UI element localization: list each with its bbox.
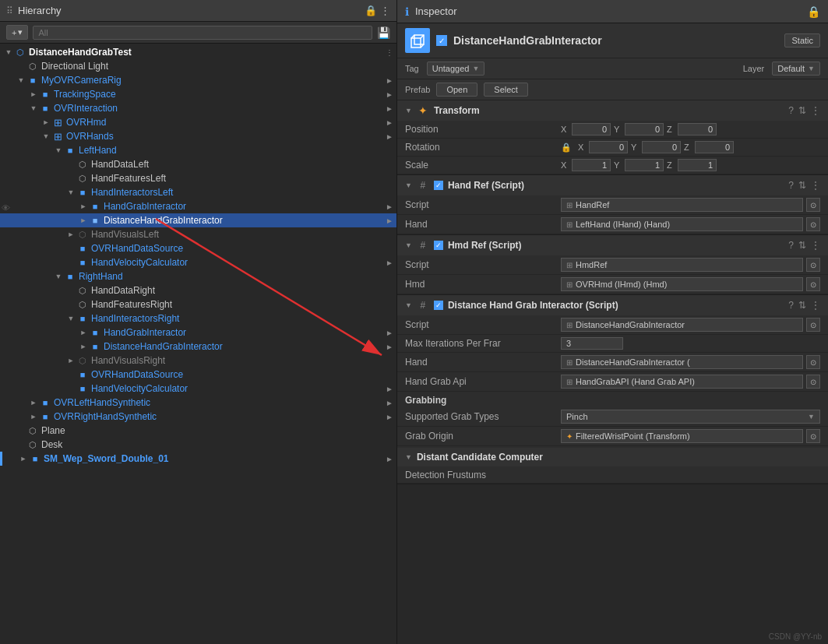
expand-arrow[interactable] [78, 215, 89, 226]
tree-item-ovri[interactable]: ■ OVRInteraction ► [0, 101, 396, 115]
hmdref-header[interactable]: ▼ # ✓ Hmd Ref (Script) ? ⇅ ⋮ [397, 235, 828, 255]
tree-item-hvl[interactable]: ⬡ HandVisualsLeft [0, 227, 396, 241]
tag-dropdown[interactable]: Untagged ▼ [427, 62, 485, 76]
tree-item-ovrh[interactable]: ⊞ OVRHmd ► [0, 115, 396, 129]
candidate-section-header[interactable]: ▼ Distant Candidate Computer [397, 448, 828, 466]
expand-arrow[interactable] [28, 103, 39, 114]
pick-button[interactable]: ⊙ [806, 258, 820, 272]
tree-item-hgi[interactable]: ■ HandGrabInteractor ► [0, 199, 396, 213]
expand-arrow[interactable] [65, 313, 76, 324]
expand-arrow[interactable] [18, 453, 29, 464]
tree-item-hdl[interactable]: ⬡ HandDataLeft [0, 157, 396, 171]
settings-icon[interactable]: ⇅ [798, 105, 806, 116]
expand-right-icon[interactable]: ► [386, 118, 393, 127]
tree-item-dhgi[interactable]: ■ DistanceHandGrabInteractor ► [0, 213, 396, 227]
expand-arrow[interactable] [41, 117, 51, 128]
tree-item-ovrhands[interactable]: ⊞ OVRHands ► [0, 129, 396, 143]
tree-item-olhs[interactable]: ■ OVRLeftHandSynthetic ► [0, 396, 396, 410]
expand-arrow[interactable] [53, 145, 64, 156]
transform-header[interactable]: ▼ ✦ Transform ? ⇅ ⋮ [397, 100, 828, 121]
expand-right-icon[interactable]: ► [386, 90, 393, 99]
tree-item-hvr[interactable]: ⬡ HandVisualsRight [0, 354, 396, 368]
more-icon[interactable]: ⋮ [386, 48, 393, 57]
tree-item-hir[interactable]: ■ HandInteractorsRight [0, 311, 396, 326]
expand-arrow[interactable] [28, 397, 39, 408]
expand-right-icon[interactable]: ► [386, 216, 393, 225]
pick-button[interactable]: ⊙ [806, 355, 820, 369]
expand-arrow[interactable] [78, 201, 89, 212]
tree-item-hgir[interactable]: ■ HandGrabInteractor ► [0, 326, 396, 340]
grabtype-dropdown[interactable]: Pinch ▼ [561, 410, 820, 424]
help-icon[interactable]: ? [788, 300, 794, 311]
expand-arrow[interactable] [78, 327, 89, 338]
object-name-field[interactable]: DistanceHandGrabInteractor [453, 34, 778, 47]
pick-button[interactable]: ⊙ [806, 318, 820, 332]
lock-icon[interactable]: 🔒 [365, 5, 377, 16]
tree-item-orhs[interactable]: ■ OVRRightHandSynthetic ► [0, 410, 396, 424]
expand-right-icon[interactable]: ► [386, 413, 393, 421]
more-icon[interactable]: ⋮ [811, 300, 820, 311]
expand-right-icon[interactable]: ► [386, 329, 393, 337]
layer-dropdown[interactable]: Default ▼ [772, 62, 820, 76]
expand-arrow[interactable] [28, 411, 39, 422]
pick-button[interactable]: ⊙ [806, 217, 820, 231]
tree-item-hil[interactable]: ■ HandInteractorsLeft [0, 185, 396, 199]
pos-y-input[interactable] [625, 123, 664, 135]
more-icon[interactable]: ⋮ [380, 5, 390, 16]
expand-right-icon[interactable]: ► [386, 399, 393, 407]
rot-y-input[interactable] [642, 141, 681, 153]
open-button[interactable]: Open [436, 83, 477, 97]
rot-z-input[interactable] [695, 141, 734, 153]
select-button[interactable]: Select [484, 83, 528, 97]
expand-arrow[interactable] [16, 75, 26, 86]
expand-arrow[interactable] [65, 229, 76, 240]
expand-right-icon[interactable]: ► [386, 104, 393, 113]
expand-arrow[interactable] [65, 355, 76, 366]
maxiter-input[interactable] [561, 337, 623, 350]
scale-x-input[interactable] [572, 159, 611, 171]
component-checkbox[interactable]: ✓ [434, 181, 443, 190]
help-icon[interactable]: ? [788, 240, 794, 251]
pos-z-input[interactable] [678, 123, 717, 135]
handref-header[interactable]: ▼ # ✓ Hand Ref (Script) ? ⇅ ⋮ [397, 175, 828, 195]
tree-item-hfr[interactable]: ⬡ HandFeaturesRight [0, 297, 396, 311]
scale-y-input[interactable] [625, 159, 664, 171]
tree-item-ohds2[interactable]: ■ OVRHandDataSource [0, 368, 396, 382]
pick-button[interactable]: ⊙ [806, 429, 820, 443]
tree-item-desk[interactable]: ⬡ Desk [0, 438, 396, 452]
expand-arrow[interactable] [28, 89, 39, 100]
more-icon[interactable]: ⋮ [811, 180, 820, 191]
expand-right-icon[interactable]: ► [386, 76, 393, 85]
pick-button[interactable]: ⊙ [806, 375, 820, 389]
tree-item-ohds[interactable]: ■ OVRHandDataSource [0, 241, 396, 255]
save-icon[interactable]: 💾 [377, 26, 390, 39]
expand-right-icon[interactable]: ► [386, 343, 393, 351]
tree-item-plane[interactable]: ⬡ Plane [0, 424, 396, 438]
settings-icon[interactable]: ⇅ [798, 300, 806, 311]
search-input[interactable] [33, 26, 372, 40]
tree-item-hfl[interactable]: ⬡ HandFeaturesLeft [0, 171, 396, 185]
expand-arrow[interactable] [65, 187, 76, 198]
tree-item-sword[interactable]: ■ SM_Wep_Sword_Double_01 ► [0, 452, 396, 466]
tree-item-cam[interactable]: ■ MyOVRCameraRig ► [0, 73, 396, 87]
help-icon[interactable]: ? [788, 105, 794, 116]
expand-right-icon[interactable]: ► [386, 202, 393, 211]
static-button[interactable]: Static [784, 33, 820, 48]
help-icon[interactable]: ? [788, 180, 794, 191]
tree-item-dl[interactable]: ⬡ Directional Light [0, 59, 396, 73]
distancegrab-header[interactable]: ▼ # ✓ Distance Hand Grab Interactor (Scr… [397, 295, 828, 315]
tree-item-rh[interactable]: ■ RightHand [0, 269, 396, 283]
expand-right-icon[interactable]: ► [386, 132, 393, 141]
expand-arrow[interactable] [3, 47, 14, 58]
component-checkbox[interactable]: ✓ [434, 301, 443, 310]
add-button[interactable]: + ▾ [6, 25, 28, 40]
scale-z-input[interactable] [678, 159, 717, 171]
tree-item-hvc2[interactable]: ■ HandVelocityCalculator ► [0, 382, 396, 396]
component-checkbox[interactable]: ✓ [434, 241, 443, 250]
pick-button[interactable]: ⊙ [806, 277, 820, 291]
expand-right-icon[interactable]: ► [386, 385, 393, 393]
expand-arrow[interactable] [41, 131, 51, 142]
rot-x-input[interactable] [589, 141, 628, 153]
expand-arrow[interactable] [53, 271, 64, 282]
more-icon[interactable]: ⋮ [811, 240, 820, 251]
